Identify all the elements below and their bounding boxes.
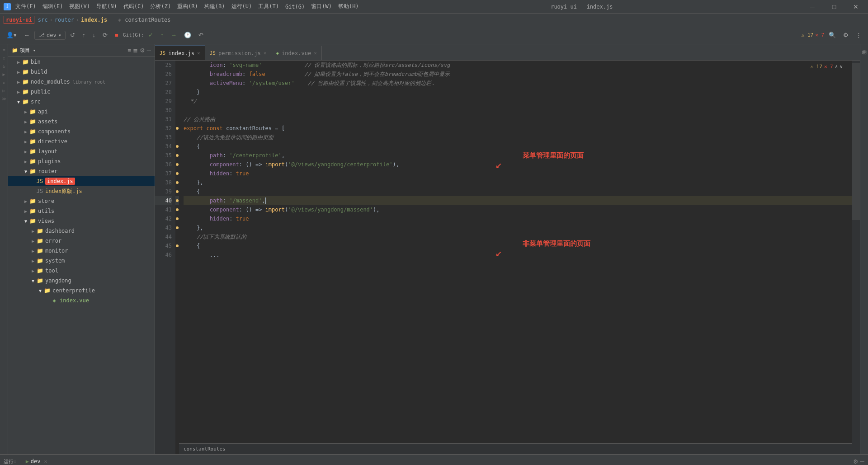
activity-5[interactable]: ★ [0, 79, 8, 86]
panel-settings-button[interactable]: ⚙ [140, 47, 145, 54]
tree-item-yangdong[interactable]: ▼ 📁 yangdong [8, 276, 155, 286]
tree-item-router[interactable]: ▼ 📁 router [8, 166, 155, 176]
code-line-31: // 公共路由 [184, 115, 852, 124]
tree-item-dashboard[interactable]: ▶ 📁 dashboard [8, 226, 155, 236]
tree-item-store[interactable]: ▶ 📁 store [8, 196, 155, 206]
breadcrumb-src[interactable]: src [38, 17, 48, 23]
code-line-37: hidden: true [184, 169, 852, 178]
editor-breadcrumb-bottom: constantRoutes [179, 443, 852, 454]
menu-help[interactable]: 帮助(H) [335, 2, 362, 11]
tree-item-src[interactable]: ▼ 📁 src [8, 97, 155, 107]
settings-button[interactable]: ⚙ [840, 30, 851, 40]
tab-permission-js[interactable]: JS permission.js ✕ [205, 46, 272, 60]
branch-selector[interactable]: ⎇ dev ▾ [34, 31, 66, 40]
bottom-minimize-button[interactable]: ─ [860, 458, 864, 465]
expand-all-button[interactable]: ≡ [127, 47, 131, 54]
tab-close-permission-js[interactable]: ✕ [264, 50, 267, 56]
stop-button[interactable]: ■ [112, 30, 121, 40]
activity-7[interactable]: ≫ [0, 95, 8, 102]
git-clock[interactable]: 🕐 [181, 30, 194, 40]
menu-build[interactable]: 构建(B) [202, 2, 228, 11]
git-check[interactable]: ✓ [146, 30, 156, 40]
tree-item-tool[interactable]: ▶ 📁 tool [8, 266, 155, 276]
back-button[interactable]: ← [21, 30, 33, 40]
app-icon: J [4, 3, 11, 10]
update-button[interactable]: ⟳ [100, 30, 110, 40]
code-line-30 [184, 106, 852, 115]
tree-item-node-modules[interactable]: ▶ 📁 node_modules library root [8, 77, 155, 87]
tab-close-index-vue[interactable]: ✕ [314, 50, 317, 56]
menu-code[interactable]: 代码(C) [121, 2, 147, 11]
panel-close-button[interactable]: ─ [147, 47, 151, 54]
search-button[interactable]: 🔍 [826, 30, 839, 40]
menu-nav[interactable]: 导航(N) [94, 2, 120, 11]
breadcrumb-router[interactable]: router [55, 17, 74, 23]
breadcrumb-project[interactable]: ruoyi-ui [4, 16, 34, 24]
tab-dev-close[interactable]: ✕ [44, 458, 47, 465]
chevron-up-icon[interactable]: ∧ [835, 62, 838, 71]
minimap[interactable] [852, 61, 860, 454]
tree-item-views[interactable]: ▼ 📁 views [8, 216, 155, 226]
more-button[interactable]: ⋮ [853, 30, 864, 40]
activity-structure[interactable]: ≡ [0, 46, 8, 53]
refresh-button[interactable]: ↺ [67, 30, 78, 40]
breadcrumb-tab[interactable]: constantRoutes [125, 17, 170, 23]
tree-item-index-old-js[interactable]: JS index原版.js [8, 186, 155, 196]
tree-item-index-vue[interactable]: ◈ index.vue [8, 296, 155, 305]
tree-item-plugins[interactable]: ▶ 📁 plugins [8, 156, 155, 166]
tree-item-api[interactable]: ▶ 📁 api [8, 107, 155, 117]
collapse-all-button[interactable]: ≣ [133, 47, 138, 54]
minimize-button[interactable]: ─ [802, 0, 823, 14]
tree-item-system[interactable]: ▶ 📁 system [8, 256, 155, 266]
pull-button[interactable]: ↓ [90, 30, 98, 40]
tree-item-monitor[interactable]: ▶ 📁 monitor [8, 246, 155, 256]
menu-refactor[interactable]: 重构(R) [175, 2, 201, 11]
activity-2[interactable]: ↕ [0, 54, 8, 61]
tab-index-vue[interactable]: ◈ index.vue ✕ [271, 46, 321, 60]
tree-item-public[interactable]: ▶ 📁 public [8, 87, 155, 97]
right-sidebar: 结构 [860, 44, 868, 454]
activity-3[interactable]: ↻ [0, 62, 8, 70]
tree-item-bin[interactable]: ▶ 📁 bin [8, 57, 155, 67]
breadcrumb-file[interactable]: index.js [81, 17, 107, 23]
tree-item-directive[interactable]: ▶ 📁 directive [8, 136, 155, 146]
tree-item-layout[interactable]: ▶ 📁 layout [8, 146, 155, 156]
bottom-tab-dev[interactable]: ▶ dev ✕ [22, 456, 51, 465]
code-line-33: //该处为免登录访问的路由页面 [184, 133, 852, 142]
code-area[interactable]: ⚠ 17 ✕ 7 ∧ ∨ 菜单管理里面的页面 ↙ 非菜单管理里面的页面 ↙ ic… [179, 61, 852, 454]
menu-file[interactable]: 文件(F) [13, 2, 39, 11]
tab-icon-js: JS [160, 50, 165, 56]
menu-edit[interactable]: 编辑(E) [40, 2, 66, 11]
profile-button[interactable]: 👤▾ [4, 30, 19, 40]
tree-item-index-js[interactable]: JS index.js [8, 176, 155, 186]
menu-view[interactable]: 视图(V) [66, 2, 93, 11]
git-undo[interactable]: ↶ [196, 30, 206, 40]
tree-item-centerprofile[interactable]: ▼ 📁 centerprofile [8, 286, 155, 296]
menu-analyze[interactable]: 分析(Z) [147, 2, 174, 11]
tree-item-build[interactable]: ▶ 📁 build [8, 67, 155, 77]
chevron-down-icon[interactable]: ∨ [840, 62, 843, 71]
activity-6[interactable]: ▷ [0, 87, 8, 94]
push-button[interactable]: ↑ [80, 30, 88, 40]
menu-window[interactable]: 窗口(W) [308, 2, 335, 11]
maximize-button[interactable]: □ [824, 0, 844, 14]
tab-index-js[interactable]: JS index.js ✕ [155, 46, 205, 60]
git-arrow[interactable]: → [168, 30, 179, 40]
tree-item-assets[interactable]: ▶ 📁 assets [8, 117, 155, 127]
menu-run[interactable]: 运行(U) [229, 2, 255, 11]
branch-name: dev [47, 32, 57, 38]
toolbar: 👤▾ ← ⎇ dev ▾ ↺ ↑ ↓ ⟳ ■ Git(G): ✓ ↑ → 🕐 ↶… [0, 26, 868, 44]
tree-item-utils[interactable]: ▶ 📁 utils [8, 206, 155, 216]
tree-item-components[interactable]: ▶ 📁 components [8, 127, 155, 136]
tree-item-error[interactable]: ▶ 📁 error [8, 236, 155, 246]
bottom-settings-button[interactable]: ⚙ [853, 458, 859, 465]
menu-tools[interactable]: 工具(T) [255, 2, 282, 11]
code-line-32: export const constantRoutes = [ [184, 124, 852, 133]
menu-git[interactable]: Git(G) [283, 3, 307, 11]
code-line-35: path: '/centerprofile', [184, 151, 852, 160]
bottom-panel: 运行: ▶ dev ✕ ⚙ ─ @ ./src/main.js @ multi … [0, 454, 868, 465]
activity-4[interactable]: ▶ [0, 70, 8, 78]
git-up[interactable]: ↑ [158, 30, 166, 40]
tab-close-index-js[interactable]: ✕ [197, 50, 200, 56]
close-button[interactable]: ✕ [845, 0, 866, 14]
